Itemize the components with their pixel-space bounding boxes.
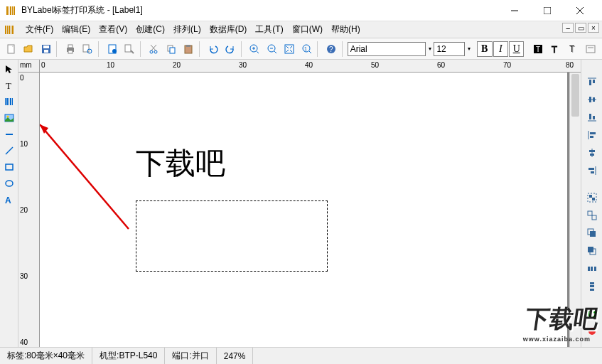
distribute-v-button[interactable] bbox=[584, 279, 600, 294]
canvas-viewport[interactable]: 下载吧 bbox=[40, 73, 581, 347]
distribute-h-button[interactable] bbox=[584, 261, 600, 277]
svg-rect-1 bbox=[9, 6, 9, 15]
maximize-button[interactable] bbox=[531, 0, 564, 21]
svg-line-28 bbox=[151, 45, 156, 50]
underline-button[interactable]: U bbox=[509, 41, 524, 57]
hline-tool[interactable] bbox=[1, 127, 17, 142]
zoom-out-button[interactable] bbox=[264, 41, 280, 58]
svg-rect-91 bbox=[592, 215, 596, 220]
canvas-text-object[interactable]: 下载吧 bbox=[136, 144, 225, 183]
scrollbar-thumb[interactable] bbox=[571, 74, 579, 117]
svg-rect-96 bbox=[588, 267, 590, 271]
text-shadow-button[interactable]: TT bbox=[564, 41, 581, 58]
ellipse-tool[interactable] bbox=[1, 176, 17, 191]
font-size-dropdown-icon[interactable]: ▾ bbox=[466, 42, 473, 56]
hruler-tick: 80 bbox=[566, 61, 574, 69]
rect-tool[interactable] bbox=[1, 159, 17, 175]
align-right-button[interactable] bbox=[584, 163, 600, 178]
menu-view[interactable]: 查看(V) bbox=[95, 21, 131, 38]
barcode-tool[interactable] bbox=[1, 94, 17, 109]
hruler-tick: 60 bbox=[437, 61, 445, 69]
mdi-close-button[interactable]: × bbox=[588, 23, 599, 33]
svg-text:T: T bbox=[569, 44, 575, 54]
bold-button[interactable]: B bbox=[477, 41, 492, 57]
send-back-button[interactable] bbox=[584, 243, 600, 259]
menu-create[interactable]: 创建(C) bbox=[131, 21, 169, 38]
open-button[interactable] bbox=[20, 41, 36, 58]
align-left-button[interactable] bbox=[584, 127, 600, 143]
menu-window[interactable]: 窗口(W) bbox=[288, 21, 327, 38]
refresh-button[interactable] bbox=[584, 306, 600, 321]
font-name-dropdown-icon[interactable]: ▾ bbox=[426, 42, 434, 56]
cut-button[interactable] bbox=[146, 41, 162, 58]
text-color-button[interactable]: T bbox=[530, 41, 546, 58]
svg-rect-31 bbox=[170, 48, 175, 53]
new-button[interactable] bbox=[3, 41, 19, 58]
align-vcenter-button[interactable] bbox=[584, 92, 600, 107]
app-logo-small-icon bbox=[4, 24, 16, 36]
zoom-in-button[interactable] bbox=[247, 41, 263, 58]
menu-help[interactable]: 帮助(H) bbox=[327, 21, 365, 38]
bring-front-button[interactable] bbox=[584, 225, 600, 241]
label-page[interactable]: 下载吧 bbox=[40, 73, 567, 347]
pointer-tool[interactable] bbox=[1, 61, 17, 77]
font-size-select[interactable] bbox=[434, 42, 465, 56]
toolbar-separator bbox=[342, 41, 345, 57]
toolbar-overflow-button[interactable] bbox=[583, 41, 599, 58]
menu-bar: 文件(F) 编辑(E) 查看(V) 创建(C) 排列(L) 数据库(D) 工具(… bbox=[0, 21, 602, 38]
ungroup-button[interactable] bbox=[584, 208, 600, 223]
close-button[interactable] bbox=[564, 0, 596, 21]
redo-button[interactable] bbox=[222, 41, 238, 58]
vertical-scrollbar[interactable] bbox=[569, 73, 581, 347]
hruler-tick: 10 bbox=[107, 61, 114, 69]
svg-point-65 bbox=[6, 181, 13, 186]
svg-point-103 bbox=[588, 328, 596, 335]
text-outline-button[interactable]: T bbox=[547, 41, 564, 58]
page-setup-button[interactable] bbox=[104, 41, 120, 58]
properties-button[interactable] bbox=[121, 41, 137, 58]
font-name-select[interactable] bbox=[348, 42, 426, 56]
toolbar-separator bbox=[199, 41, 203, 57]
svg-rect-85 bbox=[588, 168, 594, 170]
italic-button[interactable]: I bbox=[493, 41, 508, 57]
color-picker-button[interactable] bbox=[584, 323, 600, 339]
dline-tool[interactable] bbox=[1, 143, 17, 159]
image-tool[interactable] bbox=[1, 110, 17, 126]
svg-rect-58 bbox=[10, 98, 11, 105]
menu-arrange[interactable]: 排列(L) bbox=[169, 21, 205, 38]
print-preview-button[interactable] bbox=[80, 41, 96, 58]
svg-rect-55 bbox=[5, 98, 6, 105]
menu-file[interactable]: 文件(F) bbox=[21, 21, 58, 38]
minimize-button[interactable] bbox=[498, 0, 531, 21]
group-button[interactable] bbox=[584, 190, 600, 205]
zoom-fit-button[interactable] bbox=[281, 41, 298, 58]
menu-database[interactable]: 数据库(D) bbox=[205, 21, 252, 38]
paste-button[interactable] bbox=[181, 41, 197, 58]
print-button[interactable] bbox=[62, 41, 78, 58]
save-button[interactable] bbox=[38, 41, 54, 58]
svg-rect-9 bbox=[5, 26, 6, 34]
svg-rect-71 bbox=[593, 80, 595, 83]
status-printer-model: 机型:BTP-L540 bbox=[92, 348, 165, 364]
mdi-restore-button[interactable]: ▭ bbox=[575, 23, 586, 33]
window-controls bbox=[498, 0, 596, 21]
richtext-tool[interactable]: A bbox=[1, 192, 17, 208]
menu-tools[interactable]: 工具(T) bbox=[251, 21, 287, 38]
status-port: 端口:并口 bbox=[165, 348, 216, 364]
svg-text:T: T bbox=[6, 80, 11, 90]
svg-rect-101 bbox=[590, 289, 594, 291]
mdi-minimize-button[interactable]: ‒ bbox=[562, 23, 574, 33]
align-top-button[interactable] bbox=[584, 74, 600, 90]
copy-button[interactable] bbox=[163, 41, 179, 58]
align-hcenter-button[interactable] bbox=[584, 145, 600, 161]
zoom-100-button[interactable]: 1 bbox=[299, 41, 315, 58]
svg-rect-4 bbox=[14, 6, 15, 15]
svg-rect-99 bbox=[590, 282, 594, 284]
undo-button[interactable] bbox=[205, 41, 221, 58]
svg-rect-97 bbox=[591, 267, 593, 271]
text-tool[interactable]: T bbox=[1, 77, 17, 93]
help-button[interactable]: ? bbox=[323, 41, 339, 58]
canvas-selection-box[interactable] bbox=[136, 200, 328, 272]
menu-edit[interactable]: 编辑(E) bbox=[58, 21, 95, 38]
align-bottom-button[interactable] bbox=[584, 109, 600, 125]
